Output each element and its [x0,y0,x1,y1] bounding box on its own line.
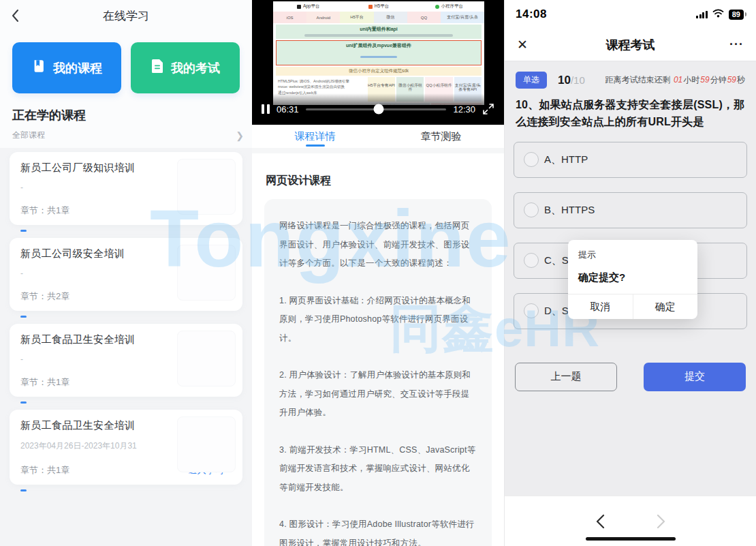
quick-actions: 我的课程 我的考试 [0,31,252,93]
browser-bottom-bar [505,496,756,546]
my-exams-button[interactable]: 我的考试 [131,42,240,93]
option-label: B、HTTPS [544,204,595,217]
description-paragraph: 4. 图形设计：学习使用Adobe Illustrator等软件进行图形设计，掌… [279,515,477,546]
wifi-icon [712,8,724,20]
video-progress-bar[interactable] [306,108,447,110]
battery-icon: 89 [729,10,744,20]
dialog-cancel-button[interactable]: 取消 [568,294,633,319]
video-current-time: 06:31 [277,104,299,115]
app-platform-icon [297,5,301,9]
progress-dash [20,230,27,232]
radio-icon[interactable] [524,152,539,167]
description-paragraph: 3. 前端开发技术：学习HTML、CSS、JavaScript等前端开发语言和技… [279,441,477,498]
radio-icon[interactable] [524,303,539,318]
submit-button[interactable]: 提交 [644,363,746,391]
course-thumbnail [177,245,236,301]
slide-platform-header: H5平台 [375,3,389,10]
progress-dash [20,489,27,491]
description-paragraph: 2. 用户体验设计：了解用户体验设计的基本原则和方法，学习如何通过用户研究、交互… [279,366,477,423]
pause-button[interactable] [262,104,270,114]
course-chapters: 章节：共2章 [20,290,69,303]
slide-target-cell: iOS [273,12,306,23]
more-menu-icon[interactable]: ··· [716,37,744,52]
tab-course-detail[interactable]: 课程详情 [252,125,378,148]
nav-back-icon[interactable] [595,514,605,529]
exam-action-row: 上一题 提交 [505,344,756,391]
progress-dash [20,401,27,404]
dialog-confirm-button[interactable]: 确定 [633,294,698,319]
confirm-submit-dialog: 提示 确定提交? 取消 确定 [568,240,697,319]
slide-target-cell: Android [306,12,340,23]
section-title: 正在学的课程 [12,107,240,123]
dialog-message: 确定提交? [578,271,687,284]
video-controls: 06:31 12:30 [252,93,504,125]
previous-question-button[interactable]: 上一题 [515,363,617,391]
course-detail-title: 网页设计课程 [266,174,492,188]
course-detail-content: 网页设计课程 网络设计课程是一门综合性极强的课程，包括网页界面设计、用户体验设计… [252,174,504,546]
course-chapters: 章节：共1章 [20,376,69,389]
section-divider [252,148,504,153]
video-progress-knob[interactable] [374,104,384,115]
my-courses-label: 我的课程 [53,60,102,76]
description-paragraph: 1. 网页界面设计基础：介绍网页设计的基本概念和原则，学习使用Photoshop… [279,292,477,348]
course-card[interactable]: 新员工公司厂级知识培训 - 章节：共1章 进入学习 > [10,152,242,225]
question-total: /10 [571,74,585,86]
course-card[interactable]: 新员工公司级安全培训 - 章节：共2章 进入学习 > [10,238,242,311]
home-indicator[interactable] [586,537,676,541]
video-player[interactable]: App平台 H5平台 小程序平台 iOS Android H5平台 微信 QQ … [252,0,504,125]
question-number: 10 [558,74,571,87]
document-icon [151,59,164,77]
video-duration: 12:30 [453,104,475,115]
slide-banner-wechat-sdk: 微信小程序自定义组件规范sdk [276,67,482,76]
option-label: A、HTTP [544,153,588,166]
close-icon[interactable]: ✕ [517,37,544,52]
screenshot-stage: 在线学习 我的课程 我的考试 正在学的课程 [0,0,756,546]
course-card[interactable]: 新员工食品卫生安全培训 2023年04月26日-2023年10月31 章节：共1… [10,410,242,485]
slide-target-cell: 微信 [374,12,407,23]
slide-target-cell: QQ [407,12,441,23]
single-choice-badge: 单选 [516,72,547,89]
slide-target-cell: 支付宝/百度/头条 [441,12,484,23]
h5-platform-icon [368,5,373,9]
slide-banner-uni-extension-highlight: uni扩展组件及mpvue兼容组件 [276,40,482,65]
slide-platform-header: App平台 [303,3,320,10]
book-icon [31,59,46,77]
description-paragraph: 网络设计课程是一门综合性极强的课程，包括网页界面设计、用户体验设计、前端开发技术… [279,217,477,273]
video-slide-frame: App平台 H5平台 小程序平台 iOS Android H5平台 微信 QQ … [273,1,484,105]
page-header: 在线学习 [0,0,252,31]
progress-dash [20,316,27,318]
cellular-signal-icon [696,11,708,18]
course-thumbnail [177,159,236,215]
nav-forward-icon[interactable] [657,514,666,529]
status-time: 14:08 [516,7,547,21]
page-title: 在线学习 [103,8,149,24]
all-courses-label: 全部课程 [12,130,45,141]
online-learning-header-area: 在线学习 我的课程 我的考试 正在学的课程 [0,0,252,148]
option-a[interactable]: A、HTTP [514,142,747,178]
option-b[interactable]: B、HTTPS [514,192,747,228]
back-chevron-icon[interactable] [11,8,25,23]
course-description-card: 网络设计课程是一门综合性极强的课程，包括网页界面设计、用户体验设计、前端开发技术… [264,199,492,546]
fullscreen-icon[interactable] [482,103,494,115]
radio-icon[interactable] [524,202,539,217]
radio-icon[interactable] [524,253,539,268]
status-bar: 14:08 89 [505,0,756,29]
exam-title: 课程考试 [544,37,716,53]
my-courses-button[interactable]: 我的课程 [12,42,121,93]
my-exams-label: 我的考试 [171,60,220,76]
course-thumbnail [177,416,236,472]
miniprogram-platform-icon [435,5,439,9]
detail-tabbar: 课程详情 章节测验 [252,125,504,148]
course-thumbnail [177,331,236,386]
tab-chapter-quiz[interactable]: 章节测验 [378,125,504,148]
chevron-right-icon: ❯ [236,131,244,140]
course-card[interactable]: 新员工食品卫生安全培训 - 章节：共1章 进入学习 > [10,324,242,397]
panel-course-detail: App平台 H5平台 小程序平台 iOS Android H5平台 微信 QQ … [252,0,504,546]
panel-online-learning: 在线学习 我的课程 我的考试 正在学的课程 [0,0,252,546]
question-text: 10、如果站点服务器支持安全套接层(SSL)，那么连接到安全站点上的所有URL开… [505,93,756,131]
all-courses-row[interactable]: 全部课程 ❯ [0,123,252,141]
slide-platform-header: 小程序平台 [441,3,464,10]
question-meta-row: 单选 10 /10 距离考试结束还剩 01小时59分钟59秒 [505,61,756,93]
course-list: 新员工公司厂级知识培训 - 章节：共1章 进入学习 > 新员工公司级安全培训 -… [0,148,252,491]
panel-course-exam: 14:08 89 ✕ 课程考试 ··· 单选 10 /10 距离考试结束还剩 0… [504,0,756,546]
